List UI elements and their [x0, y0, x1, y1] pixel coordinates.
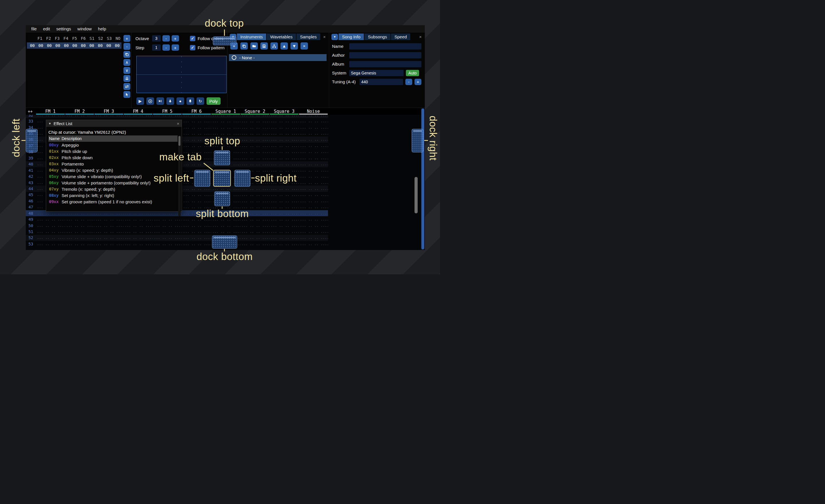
octave-increase-button[interactable]: +	[171, 35, 179, 41]
pattern-cell[interactable]: ... .. .. ....	[240, 144, 270, 148]
pattern-cell[interactable]: ... .. .. ....	[270, 119, 299, 123]
pattern-cell[interactable]: ... .. .. ....	[299, 193, 328, 197]
effect-list-item[interactable]: 07xyTremolo (x: speed; y: depth)	[49, 186, 177, 192]
pattern-cell[interactable]: ... .. .. ....	[94, 230, 124, 234]
pattern-cell[interactable]: ... .. .. ....	[182, 242, 211, 246]
pattern-cell[interactable]: ... .. .. ....	[299, 217, 328, 221]
step-increase-button[interactable]: +	[171, 45, 179, 51]
pattern-cell[interactable]: ... .. .. ....	[270, 150, 299, 154]
step-decrease-button[interactable]: -	[162, 45, 170, 51]
move-instrument-down-button[interactable]: ▼	[291, 43, 298, 50]
song-info-tab-subsongs[interactable]: Subsongs	[364, 33, 390, 40]
pattern-cell[interactable]: ... .. .. ....	[299, 181, 328, 185]
drop-target-dock-left[interactable]	[26, 129, 38, 152]
order-change-mode-button[interactable]: ⇄	[124, 83, 130, 90]
follow-orders-checkbox[interactable]: ✓	[190, 36, 195, 41]
pattern-cell[interactable]: ... .. .. ....	[270, 230, 299, 234]
name-input[interactable]	[349, 43, 422, 50]
octave-input[interactable]: 3	[152, 35, 161, 41]
effect-list-scrollbar-thumb[interactable]	[178, 136, 180, 146]
pattern-cell[interactable]: ... .. .. ....	[270, 132, 299, 136]
pattern-cell[interactable]: ... .. .. ....	[124, 224, 153, 228]
pattern-cell[interactable]: ... .. .. ....	[182, 132, 211, 136]
channel-header-square-3[interactable]: Square 3	[270, 108, 299, 115]
song-info-tab-speed[interactable]: Speed	[391, 33, 410, 40]
drop-target-dock-right[interactable]	[411, 129, 424, 152]
drop-target-split-top[interactable]	[214, 150, 230, 165]
play-button[interactable]: ▶	[136, 97, 144, 105]
pattern-cell[interactable]: ... .. .. ....	[240, 132, 270, 136]
effect-list-item[interactable]: 08xySet panning (x: left; y: right)	[49, 192, 177, 198]
pattern-cell[interactable]: ... .. .. ....	[270, 193, 299, 197]
pattern-cell[interactable]: ... .. .. ....	[299, 125, 328, 130]
pattern-cell[interactable]: ... .. .. ....	[270, 211, 299, 215]
pattern-cell[interactable]: ... .. .. ....	[65, 242, 94, 246]
pattern-cell[interactable]: ... .. .. ....	[65, 236, 94, 240]
pattern-cell[interactable]: ... .. .. ....	[299, 162, 328, 166]
pattern-cell[interactable]: ... .. .. ....	[299, 205, 328, 209]
pattern-cell[interactable]: ... .. .. ....	[124, 242, 153, 246]
instruments-tab-instruments[interactable]: Instruments	[237, 33, 266, 40]
order-cell[interactable]: 00	[45, 43, 54, 48]
pattern-cell[interactable]: ... .. .. ....	[94, 236, 124, 240]
auto-tuning-button[interactable]: Auto	[406, 70, 419, 76]
menu-window[interactable]: window	[74, 25, 95, 33]
order-edit-mode-button[interactable]	[124, 91, 130, 98]
repeat-pattern-button[interactable]: ↻	[197, 97, 204, 105]
pattern-cell[interactable]: ... .. .. ....	[65, 211, 94, 215]
pattern-cell[interactable]: ... .. .. ....	[124, 217, 153, 221]
effect-list-item[interactable]: 01xxPitch slide up	[49, 148, 177, 154]
duplicate-instrument-button[interactable]	[240, 43, 248, 50]
pattern-cell[interactable]: ... .. .. ....	[299, 174, 328, 178]
save-instrument-button[interactable]	[260, 43, 268, 50]
poly-button[interactable]: Poly	[207, 97, 221, 105]
song-info-tab-song-info[interactable]: Song Info	[339, 33, 364, 40]
pattern-cell[interactable]: ... .. .. ....	[211, 224, 240, 228]
pattern-cell[interactable]: ... .. .. ....	[240, 230, 270, 234]
pattern-cell[interactable]: ... .. .. ....	[211, 119, 240, 123]
pattern-cell[interactable]: ... .. .. ....	[94, 224, 124, 228]
pattern-cell[interactable]: ... .. .. ....	[270, 205, 299, 209]
pattern-cell[interactable]: ... .. .. ....	[36, 242, 65, 246]
duplicate-order-button[interactable]	[124, 51, 130, 58]
order-cell[interactable]: 00	[96, 43, 104, 48]
pattern-cell[interactable]: ... .. .. ....	[270, 199, 299, 203]
channel-header-square-1[interactable]: Square 1	[211, 108, 240, 115]
pattern-cell[interactable]: ... .. .. ....	[270, 242, 299, 246]
tuning-decrease-button[interactable]: -	[405, 79, 412, 85]
pattern-cell[interactable]: ... .. .. ....	[94, 217, 124, 221]
system-input[interactable]	[349, 70, 403, 76]
pattern-cell[interactable]: ... .. .. ....	[36, 236, 65, 240]
instruments-tab-samples[interactable]: Samples	[297, 33, 320, 40]
add-order-button[interactable]: +	[124, 35, 130, 42]
effect-list-titlebar[interactable]: ▼ Effect List ×	[46, 120, 181, 127]
channel-header-fm-3[interactable]: FM 3	[94, 108, 124, 115]
pattern-cell[interactable]: ... .. .. ....	[182, 125, 211, 130]
delete-instrument-button[interactable]: ×	[300, 43, 308, 50]
orders-selected-row[interactable]: 0000000000000000000000	[27, 43, 122, 49]
tuning-input[interactable]	[360, 79, 403, 85]
pattern-cell[interactable]: ... .. .. ....	[299, 138, 328, 142]
song-info-close-button[interactable]: ×	[418, 34, 423, 39]
pattern-scrollbar-thumb[interactable]	[415, 177, 418, 213]
pattern-cell[interactable]: ... .. .. ....	[240, 193, 270, 197]
menu-edit[interactable]: edit	[40, 25, 53, 33]
drop-target-dock-bottom[interactable]	[212, 235, 237, 249]
order-cell[interactable]: 00	[54, 43, 62, 48]
pattern-cell[interactable]: ... .. .. ....	[240, 162, 270, 166]
pattern-cell[interactable]: ... .. .. ....	[182, 193, 211, 197]
step-input[interactable]: 1	[152, 45, 161, 51]
order-cell[interactable]: 00	[62, 43, 71, 48]
pattern-cell[interactable]: ... .. .. ....	[65, 217, 94, 221]
drop-target-make-tab[interactable]	[213, 170, 231, 187]
pattern-cell[interactable]: ... .. .. ....	[182, 199, 211, 203]
pattern-cell[interactable]: ... .. .. ....	[36, 211, 65, 215]
pattern-cell[interactable]: ... .. .. ....	[65, 224, 94, 228]
octave-decrease-button[interactable]: -	[162, 35, 170, 41]
channel-header-fm-5[interactable]: FM 5	[153, 108, 182, 115]
order-cell[interactable]: 00	[37, 43, 45, 48]
channel-header-noise[interactable]: Noise	[299, 108, 328, 115]
channel-header-square-2[interactable]: Square 2	[240, 108, 270, 115]
remove-order-button[interactable]: -	[124, 43, 130, 50]
pattern-cell[interactable]: ... .. .. ....	[182, 224, 211, 228]
